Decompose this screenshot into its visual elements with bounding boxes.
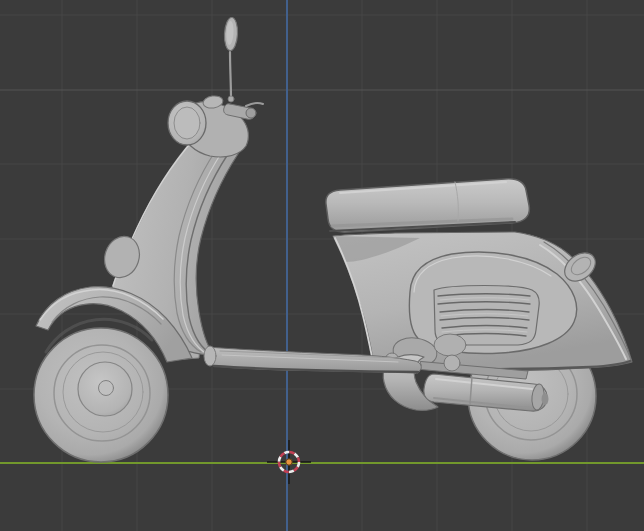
engine-cover: [434, 334, 466, 356]
viewport-canvas[interactable]: [0, 0, 644, 531]
blender-3d-viewport[interactable]: [0, 0, 644, 531]
mirror-stem: [230, 52, 231, 99]
floorboard-endcap: [204, 346, 216, 366]
exhaust-tip: [542, 393, 549, 405]
front-axle: [99, 381, 114, 396]
shock-mount: [444, 355, 460, 371]
headlamp-ring: [174, 107, 200, 139]
cursor-center-dot: [286, 459, 292, 465]
mirror-mount: [228, 96, 234, 102]
grip-endcap: [246, 108, 256, 118]
